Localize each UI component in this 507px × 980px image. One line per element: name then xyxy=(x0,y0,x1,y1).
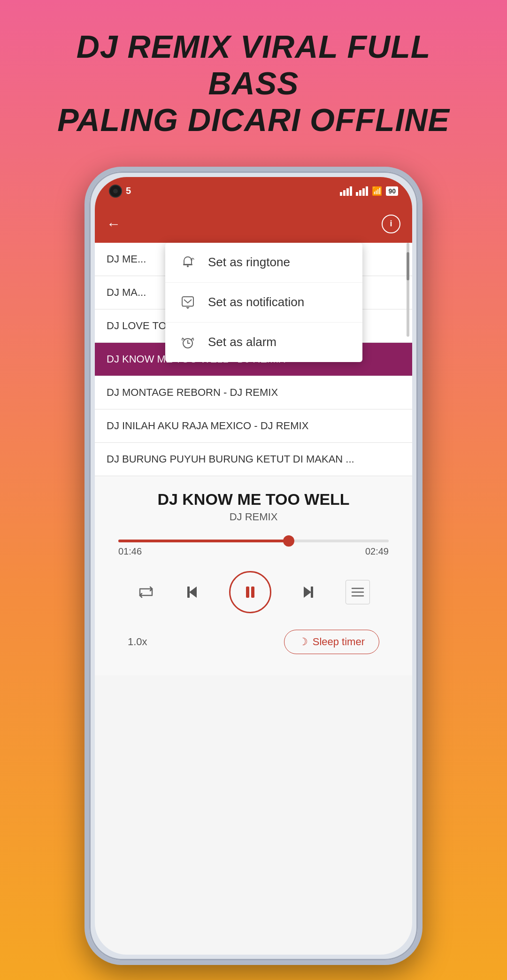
back-button[interactable]: ← xyxy=(107,216,121,232)
status-bar: 5 📶 xyxy=(95,177,412,205)
scrollbar[interactable] xyxy=(407,243,409,337)
sleep-timer-button[interactable]: ☽ Sleep timer xyxy=(284,630,379,654)
moon-icon: ☽ xyxy=(299,636,308,648)
alarm-icon xyxy=(179,334,196,351)
svg-rect-3 xyxy=(182,297,193,306)
speed-label[interactable]: 1.0x xyxy=(128,636,147,648)
battery-indicator: 90 xyxy=(386,186,398,196)
prev-button[interactable] xyxy=(183,583,201,602)
signal-icon xyxy=(340,186,352,196)
alarm-label: Set as alarm xyxy=(208,335,277,349)
song-item-5[interactable]: DJ MONTAGE REBORN - DJ REMIX xyxy=(95,376,412,409)
info-button[interactable]: i xyxy=(382,215,400,233)
progress-fill xyxy=(118,540,289,542)
svg-rect-1 xyxy=(187,265,189,267)
pause-button[interactable] xyxy=(229,571,271,613)
ringtone-icon xyxy=(179,254,196,271)
repeat-button[interactable] xyxy=(137,583,155,601)
player-controls xyxy=(114,562,393,623)
app-title: DJ REMIX VIRAL FULL BASSPALING DICARI OF… xyxy=(0,28,507,139)
notification-icon xyxy=(179,294,196,311)
time-row: 01:46 02:49 xyxy=(118,546,389,557)
svg-point-2 xyxy=(191,259,192,261)
svg-rect-10 xyxy=(246,586,249,598)
phone-mockup: 5 📶 xyxy=(84,167,422,965)
song-item-7[interactable]: DJ BURUNG PUYUH BURUNG KETUT DI MAKAN ..… xyxy=(95,443,412,476)
notification-label: Set as notification xyxy=(208,295,304,309)
player-title: DJ KNOW ME TOO WELL xyxy=(114,490,393,509)
svg-marker-8 xyxy=(189,586,197,598)
svg-rect-9 xyxy=(187,586,190,598)
set-as-ringtone-item[interactable]: Set as ringtone xyxy=(165,243,362,283)
ringtone-label: Set as ringtone xyxy=(208,255,290,270)
total-time: 02:49 xyxy=(365,546,389,557)
next-button[interactable] xyxy=(299,583,318,602)
status-right: 📶 90 xyxy=(340,186,398,196)
svg-rect-11 xyxy=(251,586,254,598)
camera xyxy=(109,185,122,198)
player-section: DJ KNOW ME TOO WELL DJ REMIX 01:46 02:49 xyxy=(95,476,412,675)
app-bar: ← i xyxy=(95,205,412,243)
status-time: 5 xyxy=(126,185,131,196)
player-subtitle: DJ REMIX xyxy=(114,511,393,523)
sleep-timer-label: Sleep timer xyxy=(313,636,365,648)
set-as-notification-item[interactable]: Set as notification xyxy=(165,283,362,323)
progress-container[interactable]: 01:46 02:49 xyxy=(114,540,393,557)
current-time: 01:46 xyxy=(118,546,142,557)
playlist-button[interactable] xyxy=(346,580,370,604)
svg-rect-0 xyxy=(183,264,192,265)
progress-track[interactable] xyxy=(118,540,389,542)
svg-rect-13 xyxy=(311,586,313,598)
song-item-6[interactable]: DJ INILAH AKU RAJA MEXICO - DJ REMIX xyxy=(95,409,412,443)
signal-icon-2 xyxy=(356,186,368,196)
progress-thumb[interactable] xyxy=(283,535,294,547)
context-menu: Set as ringtone Set as notification xyxy=(165,243,362,362)
player-bottom: 1.0x ☽ Sleep timer xyxy=(114,623,393,666)
svg-marker-12 xyxy=(304,586,311,598)
wifi-icon: 📶 xyxy=(372,186,382,196)
scroll-thumb[interactable] xyxy=(407,252,409,280)
set-as-alarm-item[interactable]: Set as alarm xyxy=(165,323,362,362)
